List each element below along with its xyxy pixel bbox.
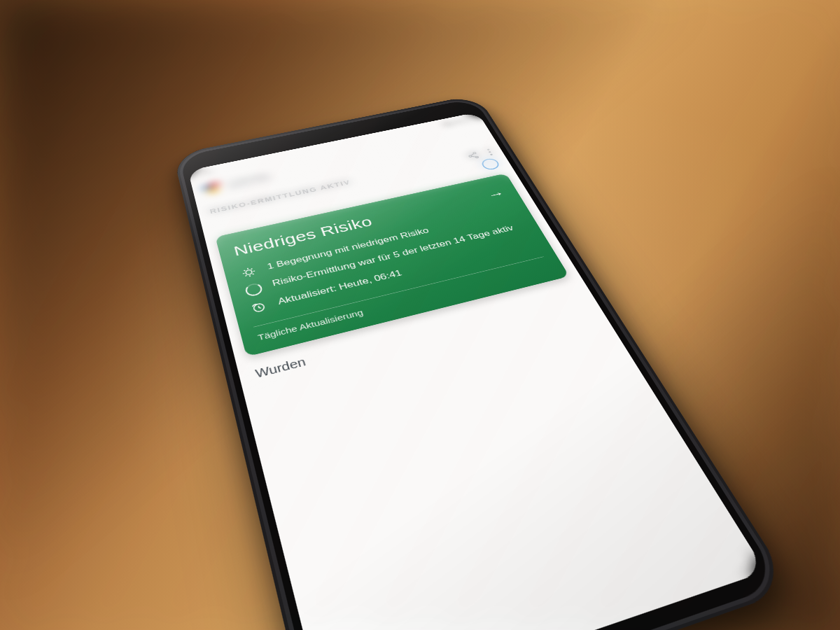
svg-point-6: [245, 270, 252, 275]
card-footer: Tägliche Aktualisierung: [257, 262, 551, 342]
risk-title: Niedriges Risiko: [232, 214, 374, 260]
overflow-menu-icon[interactable]: [486, 148, 493, 156]
svg-point-4: [489, 151, 491, 153]
phone-screen: 9:05 CORONA W: [188, 112, 766, 630]
chevron-right-icon[interactable]: →: [484, 185, 507, 202]
active-days-text: Risiko-Ermittlung war für 5 der letzten …: [271, 223, 516, 290]
active-days-row: Risiko-Ermittlung war für 5 der letzten …: [242, 218, 528, 300]
spinner-icon: [244, 281, 265, 297]
signal-icon: [443, 121, 451, 125]
svg-point-5: [490, 153, 493, 155]
svg-point-2: [475, 156, 479, 158]
encounter-row: 1 Begegnung mit niedrigem Risiko: [238, 204, 519, 282]
svg-point-3: [486, 148, 489, 150]
svg-point-1: [469, 155, 472, 158]
app-name-line2: WARN-APP: [229, 177, 273, 190]
card-divider: [253, 256, 544, 327]
app-logo-icon: [200, 180, 224, 197]
encounter-text: 1 Begegnung mit niedrigem Risiko: [266, 225, 431, 272]
section-label: RISIKO-ERMITTLUNG AKTIV: [209, 178, 352, 215]
next-section-heading: Wurden: [235, 274, 592, 385]
status-clock: 9:05: [197, 169, 212, 176]
battery-icon: [461, 116, 474, 122]
share-icon[interactable]: [465, 151, 481, 160]
app-name-line1: CORONA: [227, 172, 271, 186]
wooden-table-background: 9:05 CORONA W: [0, 0, 840, 630]
updated-text: Aktualisiert: Heute, 06:41: [276, 267, 404, 308]
tracing-toggle[interactable]: [479, 158, 501, 171]
risk-status-card[interactable]: Niedriges Risiko → 1 Begegnung mit niedr…: [215, 173, 569, 356]
svg-point-7: [253, 303, 265, 313]
virus-icon: [239, 265, 259, 279]
wifi-icon: [453, 120, 459, 123]
app-header: CORONA WARN-APP: [190, 121, 496, 206]
section-header: RISIKO-ERMITTLUNG AKTIV: [197, 143, 505, 220]
clock-refresh-icon: [248, 299, 270, 315]
status-bar: 9:05: [188, 112, 483, 181]
updated-row: Aktualisiert: Heute, 06:41: [248, 234, 538, 318]
smartphone: 9:05 CORONA W: [173, 94, 794, 630]
svg-point-0: [473, 152, 476, 154]
